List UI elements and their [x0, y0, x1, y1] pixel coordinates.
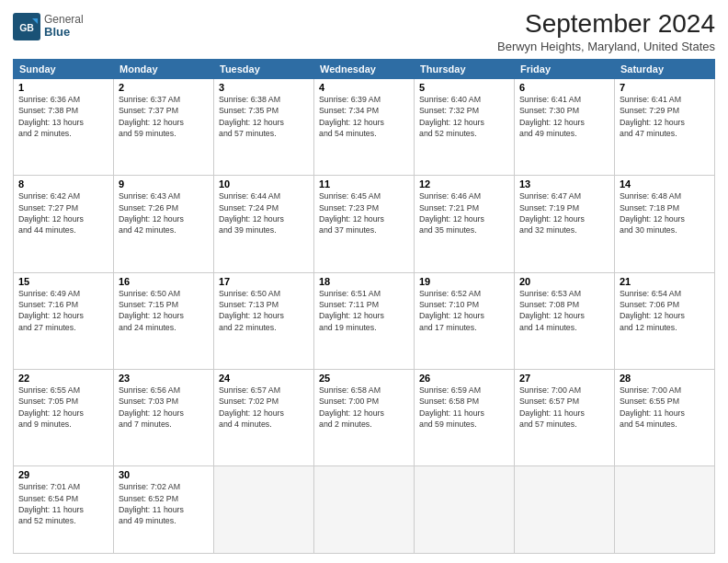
calendar-day-11: 11Sunrise: 6:45 AM Sunset: 7:23 PM Dayli… [314, 176, 415, 272]
calendar-day-3: 3Sunrise: 6:38 AM Sunset: 7:35 PM Daylig… [214, 79, 314, 176]
calendar-day-21: 21Sunrise: 6:54 AM Sunset: 7:06 PM Dayli… [615, 272, 715, 369]
calendar-day-15: 15Sunrise: 6:49 AM Sunset: 7:16 PM Dayli… [14, 272, 114, 369]
day-number: 27 [519, 373, 609, 384]
day-number: 5 [419, 82, 509, 93]
day-number: 12 [419, 178, 509, 190]
day-info: Sunrise: 6:43 AM Sunset: 7:26 PM Dayligh… [119, 190, 209, 236]
logo-icon: GB [13, 13, 40, 40]
day-info: Sunrise: 6:48 AM Sunset: 7:18 PM Dayligh… [620, 190, 710, 236]
calendar-day-1: 1Sunrise: 6:36 AM Sunset: 7:38 PM Daylig… [14, 79, 114, 176]
col-saturday: Saturday [615, 60, 715, 79]
day-number: 6 [519, 82, 609, 93]
calendar-day-4: 4Sunrise: 6:39 AM Sunset: 7:34 PM Daylig… [314, 79, 415, 176]
day-info: Sunrise: 6:51 AM Sunset: 7:11 PM Dayligh… [319, 288, 409, 333]
calendar-day-5: 5Sunrise: 6:40 AM Sunset: 7:32 PM Daylig… [415, 79, 515, 176]
calendar-day-19: 19Sunrise: 6:52 AM Sunset: 7:10 PM Dayli… [415, 272, 515, 369]
calendar-day-18: 18Sunrise: 6:51 AM Sunset: 7:11 PM Dayli… [314, 272, 415, 369]
day-info: Sunrise: 7:00 AM Sunset: 6:55 PM Dayligh… [620, 385, 710, 430]
day-number: 10 [219, 178, 309, 190]
day-info: Sunrise: 6:37 AM Sunset: 7:37 PM Dayligh… [119, 94, 209, 139]
day-number: 7 [620, 82, 710, 93]
title-block: September 2024 Berwyn Heights, Maryland,… [497, 9, 715, 53]
day-info: Sunrise: 6:36 AM Sunset: 7:38 PM Dayligh… [18, 94, 108, 139]
calendar-day-25: 25Sunrise: 6:58 AM Sunset: 7:00 PM Dayli… [314, 370, 415, 466]
calendar-week-4: 22Sunrise: 6:55 AM Sunset: 7:05 PM Dayli… [14, 370, 715, 466]
calendar-table: Sunday Monday Tuesday Wednesday Thursday… [13, 59, 715, 554]
calendar-week-2: 8Sunrise: 6:42 AM Sunset: 7:27 PM Daylig… [14, 176, 715, 272]
calendar-week-1: 1Sunrise: 6:36 AM Sunset: 7:38 PM Daylig… [14, 79, 715, 176]
day-info: Sunrise: 6:54 AM Sunset: 7:06 PM Dayligh… [620, 288, 710, 333]
calendar-day-23: 23Sunrise: 6:56 AM Sunset: 7:03 PM Dayli… [114, 370, 214, 466]
col-thursday: Thursday [415, 60, 515, 79]
day-info: Sunrise: 6:41 AM Sunset: 7:30 PM Dayligh… [519, 94, 609, 139]
day-number: 24 [219, 373, 309, 384]
svg-text:GB: GB [19, 22, 34, 33]
calendar-day-6: 6Sunrise: 6:41 AM Sunset: 7:30 PM Daylig… [515, 79, 615, 176]
calendar-day-29: 29Sunrise: 7:01 AM Sunset: 6:54 PM Dayli… [14, 466, 114, 554]
day-info: Sunrise: 6:53 AM Sunset: 7:08 PM Dayligh… [519, 288, 609, 333]
day-info: Sunrise: 6:50 AM Sunset: 7:13 PM Dayligh… [219, 288, 309, 333]
day-number: 18 [319, 276, 409, 287]
logo: GB General Blue [13, 13, 84, 40]
day-number: 29 [18, 469, 108, 480]
day-number: 8 [18, 178, 108, 190]
logo-line2: Blue [44, 26, 84, 39]
calendar-day-26: 26Sunrise: 6:59 AM Sunset: 6:58 PM Dayli… [415, 370, 515, 466]
col-tuesday: Tuesday [214, 60, 314, 79]
calendar-week-5: 29Sunrise: 7:01 AM Sunset: 6:54 PM Dayli… [14, 466, 715, 554]
col-friday: Friday [515, 60, 615, 79]
day-info: Sunrise: 6:49 AM Sunset: 7:16 PM Dayligh… [18, 288, 108, 333]
day-info: Sunrise: 7:00 AM Sunset: 6:57 PM Dayligh… [519, 385, 609, 430]
day-number: 23 [119, 373, 209, 384]
day-info: Sunrise: 6:40 AM Sunset: 7:32 PM Dayligh… [419, 94, 509, 139]
day-number: 3 [219, 82, 309, 93]
day-info: Sunrise: 6:52 AM Sunset: 7:10 PM Dayligh… [419, 288, 509, 333]
calendar-day-10: 10Sunrise: 6:44 AM Sunset: 7:24 PM Dayli… [214, 176, 314, 272]
col-wednesday: Wednesday [314, 60, 415, 79]
day-number: 20 [519, 276, 609, 287]
calendar-day-8: 8Sunrise: 6:42 AM Sunset: 7:27 PM Daylig… [14, 176, 114, 272]
col-sunday: Sunday [14, 60, 114, 79]
day-number: 21 [620, 276, 710, 287]
day-info: Sunrise: 6:58 AM Sunset: 7:00 PM Dayligh… [319, 385, 409, 430]
day-info: Sunrise: 6:41 AM Sunset: 7:29 PM Dayligh… [620, 94, 710, 139]
col-monday: Monday [114, 60, 214, 79]
calendar-day-27: 27Sunrise: 7:00 AM Sunset: 6:57 PM Dayli… [515, 370, 615, 466]
logo-text: General Blue [44, 14, 84, 39]
calendar-day-20: 20Sunrise: 6:53 AM Sunset: 7:08 PM Dayli… [515, 272, 615, 369]
calendar-week-3: 15Sunrise: 6:49 AM Sunset: 7:16 PM Dayli… [14, 272, 715, 369]
calendar-empty [515, 466, 615, 554]
day-info: Sunrise: 6:38 AM Sunset: 7:35 PM Dayligh… [219, 94, 309, 139]
day-number: 11 [319, 178, 409, 190]
main-title: September 2024 [497, 9, 715, 39]
day-info: Sunrise: 6:46 AM Sunset: 7:21 PM Dayligh… [419, 190, 509, 236]
calendar-day-24: 24Sunrise: 6:57 AM Sunset: 7:02 PM Dayli… [214, 370, 314, 466]
calendar-day-9: 9Sunrise: 6:43 AM Sunset: 7:26 PM Daylig… [114, 176, 214, 272]
day-number: 1 [18, 82, 108, 93]
day-info: Sunrise: 6:39 AM Sunset: 7:34 PM Dayligh… [319, 94, 409, 139]
day-info: Sunrise: 6:56 AM Sunset: 7:03 PM Dayligh… [119, 385, 209, 430]
calendar-day-14: 14Sunrise: 6:48 AM Sunset: 7:18 PM Dayli… [615, 176, 715, 272]
day-number: 15 [18, 276, 108, 287]
day-info: Sunrise: 6:57 AM Sunset: 7:02 PM Dayligh… [219, 385, 309, 430]
header: GB General Blue September 2024 Berwyn He… [13, 9, 715, 53]
day-info: Sunrise: 6:59 AM Sunset: 6:58 PM Dayligh… [419, 385, 509, 430]
calendar-day-30: 30Sunrise: 7:02 AM Sunset: 6:52 PM Dayli… [114, 466, 214, 554]
day-number: 30 [119, 469, 209, 480]
day-number: 26 [419, 373, 509, 384]
day-number: 28 [620, 373, 710, 384]
calendar-day-7: 7Sunrise: 6:41 AM Sunset: 7:29 PM Daylig… [615, 79, 715, 176]
day-info: Sunrise: 6:55 AM Sunset: 7:05 PM Dayligh… [18, 385, 108, 430]
subtitle: Berwyn Heights, Maryland, United States [497, 40, 715, 53]
day-info: Sunrise: 6:44 AM Sunset: 7:24 PM Dayligh… [219, 190, 309, 236]
calendar-day-16: 16Sunrise: 6:50 AM Sunset: 7:15 PM Dayli… [114, 272, 214, 369]
day-number: 14 [620, 178, 710, 190]
header-row: Sunday Monday Tuesday Wednesday Thursday… [14, 60, 715, 79]
calendar-day-22: 22Sunrise: 6:55 AM Sunset: 7:05 PM Dayli… [14, 370, 114, 466]
day-info: Sunrise: 6:47 AM Sunset: 7:19 PM Dayligh… [519, 190, 609, 236]
day-info: Sunrise: 7:02 AM Sunset: 6:52 PM Dayligh… [119, 481, 209, 526]
day-info: Sunrise: 6:45 AM Sunset: 7:23 PM Dayligh… [319, 190, 409, 236]
calendar-day-13: 13Sunrise: 6:47 AM Sunset: 7:19 PM Dayli… [515, 176, 615, 272]
day-number: 19 [419, 276, 509, 287]
day-number: 4 [319, 82, 409, 93]
